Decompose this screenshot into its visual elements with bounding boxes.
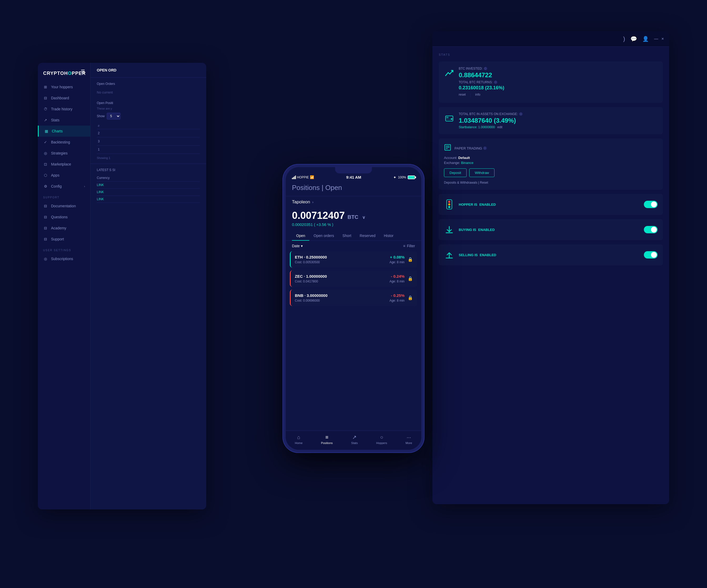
btc-assets-data: TOTAL BTC IN ASSETS ON EXCHANGE: ⓘ 1.034… bbox=[459, 112, 658, 129]
withdraw-button[interactable]: Withdraw bbox=[469, 169, 495, 177]
tab-open[interactable]: Open bbox=[292, 231, 309, 241]
total-btc-returns-value: 0.23160018 (23.16%) bbox=[459, 85, 658, 90]
sidebar-item-strategies[interactable]: ◎ Strategies bbox=[38, 148, 90, 159]
filter-button[interactable]: ≡ Filter bbox=[403, 244, 415, 248]
nav-item-stats[interactable]: ↗ Stats bbox=[351, 434, 358, 445]
btc-assets-label: TOTAL BTC IN ASSETS ON EXCHANGE: ⓘ bbox=[459, 112, 658, 116]
btc-invested-row: BTC INVESTED: ⓘ 0.88644722 TOTAL BTC RET… bbox=[444, 67, 658, 98]
tab-reserved[interactable]: Reserved bbox=[356, 231, 380, 241]
sidebar-item-support[interactable]: ⊟ Support bbox=[38, 233, 90, 245]
showing-label: Showing 1 bbox=[97, 156, 200, 159]
stats-nav-icon: ↗ bbox=[352, 434, 357, 440]
academy-icon: ⊟ bbox=[43, 226, 48, 230]
signal-link-1[interactable]: LINK bbox=[97, 183, 104, 187]
sidebar-item-documentation[interactable]: ⊟ Documentation bbox=[38, 200, 90, 212]
reset-link[interactable]: reset bbox=[459, 93, 466, 98]
hamburger-icon[interactable]: ☰ bbox=[81, 69, 85, 74]
btc-invested-info-icon[interactable]: ⓘ bbox=[484, 67, 487, 70]
nav-item-home[interactable]: ⌂ Home bbox=[295, 434, 302, 445]
info-link[interactable]: info bbox=[475, 93, 480, 98]
position-item-zec[interactable]: ZEC · 1.00000000 Cost: 0.0417800 - 0.24%… bbox=[290, 270, 417, 287]
hopper-toggle-switch[interactable] bbox=[644, 201, 658, 208]
signal-link-2[interactable]: LINK bbox=[97, 190, 104, 194]
sidebar-item-trade-history[interactable]: ⏱ Trade history bbox=[38, 104, 90, 115]
balance-dropdown-icon[interactable]: ∨ bbox=[362, 215, 365, 220]
sidebar-item-your-hoppers[interactable]: ⊞ Your hoppers bbox=[38, 81, 90, 93]
nav-label-positions: Positions bbox=[321, 441, 333, 445]
exchange-name: Binance bbox=[461, 161, 473, 165]
hopper-name: Tapoleon bbox=[292, 199, 310, 205]
buying-toggle-switch[interactable] bbox=[644, 226, 658, 233]
deposit-button[interactable]: Deposit bbox=[444, 169, 467, 177]
position-coin-bnb: BNB · 3.00000000 bbox=[295, 293, 386, 298]
show-select[interactable]: 5 10 25 bbox=[107, 113, 121, 119]
user-profile-icon[interactable]: 👤 bbox=[642, 36, 649, 42]
main-content-header: OPEN ORD bbox=[91, 63, 206, 78]
paper-exchange-info: Exchange: Binance bbox=[444, 161, 658, 165]
phone-app-title: Positions | Open bbox=[292, 184, 415, 192]
position-coin-zec: ZEC · 1.00000000 bbox=[295, 274, 386, 279]
sidebar-item-apps[interactable]: ⬡ Apps bbox=[38, 170, 90, 181]
phone-carrier: HOPPIE 📶 bbox=[292, 175, 314, 179]
tab-open-orders[interactable]: Open orders bbox=[309, 231, 338, 241]
table-row: 3 bbox=[97, 137, 200, 146]
phone-hopper-selector[interactable]: Tapoleon › bbox=[285, 196, 422, 208]
position-item-bnb[interactable]: BNB · 3.00000000 Cost: 0.00696000 - 0.25… bbox=[290, 290, 417, 306]
date-filter[interactable]: Date ▾ bbox=[292, 244, 303, 248]
sidebar-item-subscriptions[interactable]: ◎ Subscriptions bbox=[38, 253, 90, 264]
tab-history[interactable]: Histor bbox=[379, 231, 398, 241]
minimize-button[interactable]: — bbox=[654, 37, 658, 41]
sidebar-label-questions: Questions bbox=[51, 215, 68, 219]
sidebar-item-stats[interactable]: ↗ Stats bbox=[38, 115, 90, 125]
selling-toggle-switch[interactable] bbox=[644, 251, 658, 259]
paper-trading-card: PAPER TRADING ⓘ Account: Default Exchang… bbox=[439, 139, 663, 190]
sidebar-item-questions[interactable]: ⊟ Questions bbox=[38, 212, 90, 223]
documentation-icon: ⊟ bbox=[43, 204, 48, 208]
table-cell-val bbox=[164, 137, 200, 146]
signal-row: Currency bbox=[97, 175, 200, 182]
chat-icon[interactable]: 💬 bbox=[631, 36, 637, 42]
signal-strength-icon bbox=[292, 176, 296, 179]
btc-invested-value: 0.88644722 bbox=[459, 71, 658, 79]
sidebar-item-charts[interactable]: ▦ Charts bbox=[38, 125, 90, 137]
close-button[interactable]: × bbox=[662, 37, 664, 41]
phone-time: 9:41 AM bbox=[346, 175, 361, 179]
phone-bottom-nav: ⌂ Home ≡ Positions ↗ Stats ○ bbox=[285, 431, 422, 450]
btc-assets-card: TOTAL BTC IN ASSETS ON EXCHANGE: ⓘ 1.034… bbox=[439, 107, 663, 134]
sidebar-item-backtesting[interactable]: ✓ Backtesting bbox=[38, 137, 90, 148]
btc-assets-info-icon[interactable]: ⓘ bbox=[519, 112, 523, 116]
open-orders-title: OPEN ORD bbox=[97, 68, 116, 72]
nav-item-more[interactable]: ··· More bbox=[406, 434, 412, 445]
questions-icon: ⊟ bbox=[43, 215, 48, 219]
edit-link[interactable]: edit bbox=[497, 125, 502, 129]
crescent-moon-icon[interactable]: ) bbox=[623, 35, 625, 42]
buying-enabled-label: BUYING IS ENABLED bbox=[459, 228, 640, 232]
nav-label-hoppers: Hoppers bbox=[376, 441, 387, 445]
sidebar-item-academy[interactable]: ⊟ Academy bbox=[38, 223, 90, 233]
sidebar-item-config[interactable]: ⚙ Config › bbox=[38, 181, 90, 192]
right-panel-content: STATS BTC INVESTED: ⓘ bbox=[432, 47, 669, 504]
paper-trading-label: PAPER TRADING ⓘ bbox=[454, 146, 487, 150]
deposits-withdrawals-link[interactable]: Deposits & Withdrawals bbox=[444, 181, 477, 184]
desktop-left-panel: CRYPTOHOPPER ☰ ⊞ Your hoppers ⊟ Dashboar… bbox=[38, 63, 206, 509]
nav-item-positions[interactable]: ≡ Positions bbox=[321, 434, 333, 445]
paper-action-buttons: Deposit Withdraw bbox=[444, 169, 658, 177]
nav-item-hoppers[interactable]: ○ Hoppers bbox=[376, 434, 387, 445]
battery-pct: 100% bbox=[398, 176, 406, 179]
position-item-eth[interactable]: ETH · 0.25000000 Cost: 0.00530500 + 0.08… bbox=[290, 251, 417, 268]
tab-short[interactable]: Short bbox=[338, 231, 355, 241]
phone-battery-icon bbox=[408, 176, 415, 179]
reset-paper-link[interactable]: Reset bbox=[480, 181, 488, 184]
balance-currency-label: BTC bbox=[347, 214, 358, 220]
sidebar-item-dashboard[interactable]: ⊟ Dashboard bbox=[38, 93, 90, 104]
position-cost-eth: Cost: 0.00530500 bbox=[295, 260, 386, 264]
phone-outer-shell: HOPPIE 📶 9:41 AM ✦ 100% bbox=[282, 164, 425, 453]
sidebar-label-config: Config bbox=[51, 184, 62, 188]
stats-panel-title: STATS bbox=[439, 53, 663, 56]
total-returns-info-icon[interactable]: ⓘ bbox=[494, 80, 497, 84]
position-cost-bnb: Cost: 0.00696000 bbox=[295, 299, 386, 302]
paper-trading-info-icon[interactable]: ⓘ bbox=[483, 146, 487, 150]
sidebar-item-marketplace[interactable]: ⊡ Marketplace bbox=[38, 159, 90, 170]
signal-link-3[interactable]: LINK bbox=[97, 197, 104, 201]
main-content-area: OPEN ORD Open Orders No current Open Pos… bbox=[91, 63, 206, 509]
